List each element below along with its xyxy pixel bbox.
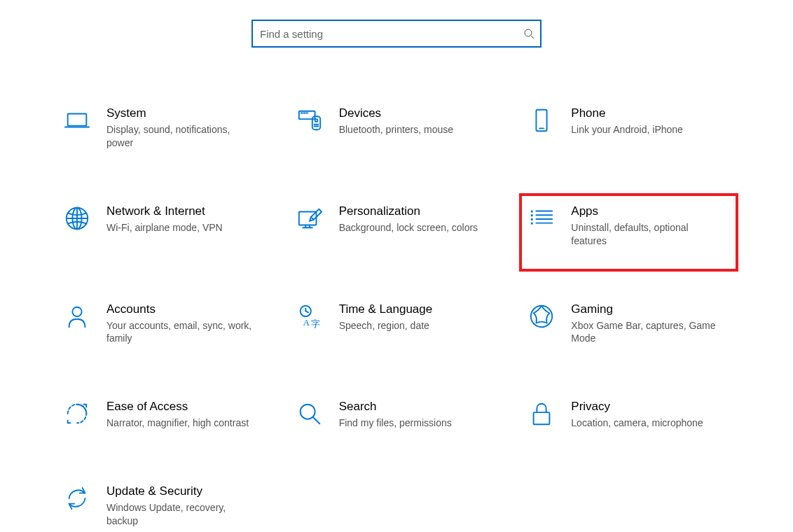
personalization-icon xyxy=(296,204,324,232)
settings-tile-devices[interactable]: DevicesBluetooth, printers, mouse xyxy=(293,104,501,153)
svg-line-1 xyxy=(531,36,534,38)
svg-rect-23 xyxy=(531,214,533,216)
tile-text: GamingXbox Game Bar, captures, Game Mode xyxy=(571,302,718,346)
settings-tile-network-internet[interactable]: Network & InternetWi-Fi, airplane mode, … xyxy=(60,202,268,251)
svg-rect-24 xyxy=(531,218,533,220)
settings-grid: SystemDisplay, sound, notifications, pow… xyxy=(60,104,733,531)
tile-title: Devices xyxy=(339,106,453,120)
tile-description: Uninstall, defaults, optional features xyxy=(571,221,718,248)
svg-point-30 xyxy=(72,307,81,316)
svg-line-38 xyxy=(312,417,319,424)
svg-text:A: A xyxy=(303,317,310,328)
tile-title: Phone xyxy=(571,106,683,120)
svg-rect-2 xyxy=(68,114,87,126)
globe-icon xyxy=(63,204,91,232)
search-container xyxy=(251,20,542,48)
tile-text: Network & InternetWi-Fi, airplane mode, … xyxy=(106,204,223,234)
tile-description: Xbox Game Bar, captures, Game Mode xyxy=(571,319,718,346)
svg-point-36 xyxy=(531,305,552,326)
tile-title: Search xyxy=(339,400,452,414)
tile-text: PersonalizationBackground, lock screen, … xyxy=(339,204,478,234)
tile-text: PhoneLink your Android, iPhone xyxy=(571,106,683,136)
tile-description: Background, lock screen, colors xyxy=(339,221,478,234)
svg-rect-22 xyxy=(531,210,533,212)
tile-title: System xyxy=(106,106,254,120)
settings-tile-ease-of-access[interactable]: Ease of AccessNarrator, magnifier, high … xyxy=(60,397,268,433)
settings-tile-system[interactable]: SystemDisplay, sound, notifications, pow… xyxy=(60,104,268,153)
svg-rect-25 xyxy=(531,222,533,224)
settings-tile-gaming[interactable]: GamingXbox Game Bar, captures, Game Mode xyxy=(525,300,733,349)
tile-title: Update & Security xyxy=(106,484,254,498)
tile-description: Speech, region, date xyxy=(339,319,433,332)
tile-text: AppsUninstall, defaults, optional featur… xyxy=(571,204,718,248)
devices-icon xyxy=(296,106,324,134)
tile-description: Bluetooth, printers, mouse xyxy=(339,123,453,136)
tile-text: Ease of AccessNarrator, magnifier, high … xyxy=(106,400,249,430)
settings-tile-time-language[interactable]: A字Time & LanguageSpeech, region, date xyxy=(293,300,501,349)
search-input[interactable] xyxy=(251,20,542,48)
update-icon xyxy=(63,484,91,512)
svg-line-33 xyxy=(305,311,308,312)
tile-description: Windows Update, recovery, backup xyxy=(106,501,254,528)
tile-title: Personalization xyxy=(339,204,478,218)
settings-tile-accounts[interactable]: AccountsYour accounts, email, sync, work… xyxy=(60,300,268,349)
settings-tile-phone[interactable]: PhoneLink your Android, iPhone xyxy=(525,104,733,153)
search-icon xyxy=(296,400,324,428)
tile-description: Wi-Fi, airplane mode, VPN xyxy=(106,221,223,234)
tile-text: Time & LanguageSpeech, region, date xyxy=(339,302,433,332)
tile-title: Apps xyxy=(571,204,718,218)
tile-title: Privacy xyxy=(571,400,703,414)
settings-tile-personalization[interactable]: PersonalizationBackground, lock screen, … xyxy=(293,202,501,251)
settings-tile-privacy[interactable]: PrivacyLocation, camera, microphone xyxy=(525,397,733,433)
tile-text: AccountsYour accounts, email, sync, work… xyxy=(106,302,254,346)
tile-description: Narrator, magnifier, high contrast xyxy=(106,416,249,430)
tile-text: Update & SecurityWindows Update, recover… xyxy=(106,484,254,528)
tile-description: Link your Android, iPhone xyxy=(571,123,683,136)
tile-title: Ease of Access xyxy=(106,400,249,414)
lock-icon xyxy=(527,400,556,428)
ease-of-access-icon xyxy=(63,400,91,428)
person-icon xyxy=(63,302,91,330)
tile-title: Accounts xyxy=(106,302,254,316)
gaming-icon xyxy=(527,302,556,330)
tile-text: SystemDisplay, sound, notifications, pow… xyxy=(106,106,254,150)
tile-text: DevicesBluetooth, printers, mouse xyxy=(339,106,453,136)
time-language-icon: A字 xyxy=(296,302,324,330)
settings-tile-update-security[interactable]: Update & SecurityWindows Update, recover… xyxy=(60,482,268,531)
settings-tile-search[interactable]: SearchFind my files, permissions xyxy=(293,397,501,433)
tile-description: Display, sound, notifications, power xyxy=(106,123,254,150)
settings-tile-apps[interactable]: AppsUninstall, defaults, optional featur… xyxy=(522,196,736,269)
tile-title: Network & Internet xyxy=(106,204,223,218)
tile-text: SearchFind my files, permissions xyxy=(339,400,452,430)
svg-point-0 xyxy=(525,29,532,36)
svg-rect-39 xyxy=(534,412,550,424)
apps-icon xyxy=(527,204,556,232)
search-icon[interactable] xyxy=(522,27,536,41)
svg-text:字: 字 xyxy=(311,318,320,329)
tile-description: Location, camera, microphone xyxy=(571,416,703,430)
tile-title: Time & Language xyxy=(339,302,433,316)
laptop-icon xyxy=(63,106,91,134)
svg-point-9 xyxy=(315,119,317,122)
tile-description: Find my files, permissions xyxy=(339,416,452,430)
tile-text: PrivacyLocation, camera, microphone xyxy=(571,400,703,430)
tile-title: Gaming xyxy=(571,302,718,316)
phone-icon xyxy=(527,106,556,134)
tile-description: Your accounts, email, sync, work, family xyxy=(106,319,254,346)
